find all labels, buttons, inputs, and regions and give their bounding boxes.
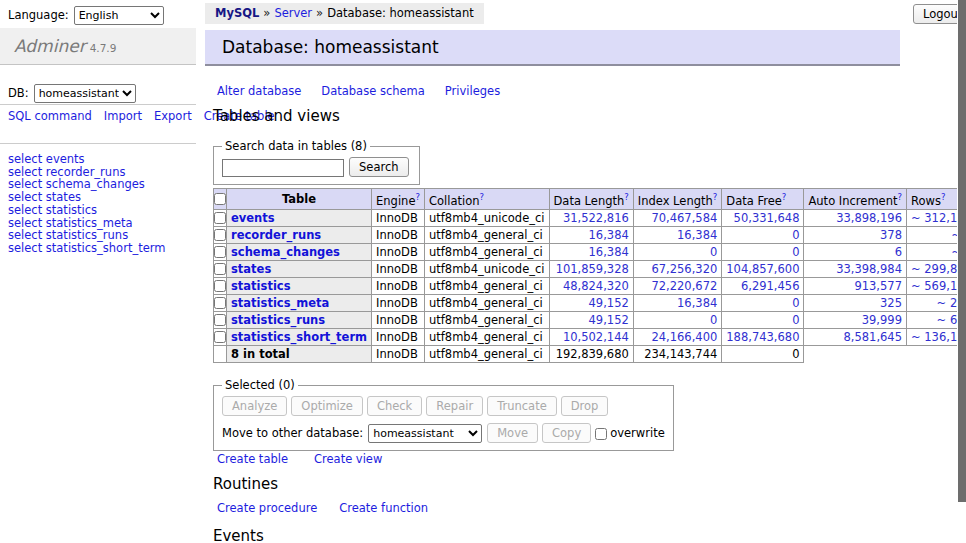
help-icon[interactable]: ? (713, 192, 718, 202)
data-length-link[interactable]: 16,384 (589, 228, 629, 242)
table-name-link[interactable]: recorder_runs (231, 228, 321, 242)
row-checkbox[interactable] (214, 314, 226, 326)
scrollbar-thumb[interactable] (958, 0, 966, 502)
auto-increment-link[interactable]: 39,999 (862, 313, 902, 327)
table-header-row: Table Engine? Collation? Data Length? In… (214, 189, 966, 210)
auto-increment-link[interactable]: 8,581,645 (843, 330, 902, 344)
truncate-button[interactable]: Truncate (487, 396, 557, 416)
data-free-link[interactable]: 0 (792, 228, 799, 242)
engine-cell: InnoDB (372, 311, 425, 328)
data-free-link[interactable]: 104,857,600 (726, 262, 799, 276)
move-button[interactable]: Move (487, 423, 538, 443)
index-length-link[interactable]: 72,220,672 (651, 279, 717, 293)
overwrite-checkbox[interactable] (595, 428, 607, 440)
auto-increment-link[interactable]: 6 (895, 245, 902, 259)
drop-button[interactable]: Drop (561, 396, 609, 416)
help-icon[interactable]: ? (415, 192, 420, 202)
create-function-link[interactable]: Create function (339, 501, 428, 515)
table-name-link[interactable]: events (231, 211, 275, 225)
index-length-link[interactable]: 67,256,320 (651, 262, 717, 276)
help-icon[interactable]: ? (624, 192, 629, 202)
help-icon[interactable]: ? (897, 192, 902, 202)
help-icon[interactable]: ? (941, 192, 946, 202)
create-table-link[interactable]: Create table (217, 452, 288, 466)
help-icon[interactable]: ? (480, 192, 485, 202)
row-checkbox[interactable] (214, 297, 226, 309)
table-name-link[interactable]: statistics_runs (231, 313, 325, 327)
index-length-link[interactable]: 0 (710, 313, 717, 327)
data-length-link[interactable]: 16,384 (589, 245, 629, 259)
help-icon[interactable]: ? (782, 192, 787, 202)
repair-button[interactable]: Repair (426, 396, 483, 416)
index-length-link[interactable]: 16,384 (677, 296, 717, 310)
breadcrumb-current: Database: homeassistant (327, 6, 474, 20)
optimize-button[interactable]: Optimize (291, 396, 363, 416)
sidebar-link-export[interactable]: Export (154, 109, 192, 123)
data-free-link[interactable]: 0 (792, 296, 799, 310)
table-name-link[interactable]: statistics (231, 279, 291, 293)
table-name-link[interactable]: schema_changes (231, 245, 340, 259)
col-header-data-length: Data Length? (549, 189, 633, 210)
row-checkbox[interactable] (214, 331, 226, 343)
data-free-link[interactable]: 0 (792, 313, 799, 327)
auto-increment-link[interactable]: 913,577 (854, 279, 902, 293)
data-length-link[interactable]: 31,522,816 (563, 211, 629, 225)
data-length-link[interactable]: 48,824,320 (563, 279, 629, 293)
data-free-link[interactable]: 50,331,648 (734, 211, 800, 225)
index-length-link[interactable]: 16,384 (677, 228, 717, 242)
search-button[interactable]: Search (349, 157, 409, 177)
sidebar-item-select-statistics-short-term[interactable]: select statistics_short_term (8, 242, 165, 255)
language-select[interactable]: English (74, 6, 164, 25)
sidebar-item-select-statistics[interactable]: select statistics (8, 204, 165, 217)
total-data-free: 0 (722, 345, 804, 362)
collation-cell: utf8mb4_unicode_ci (424, 209, 549, 226)
sidebar-item-select-states[interactable]: select states (8, 191, 165, 204)
check-button[interactable]: Check (367, 396, 422, 416)
auto-increment-link[interactable]: 33,898,196 (836, 211, 902, 225)
index-length-link[interactable]: 24,166,400 (651, 330, 717, 344)
create-procedure-link[interactable]: Create procedure (217, 501, 317, 515)
data-length-link[interactable]: 49,152 (589, 296, 629, 310)
data-length-link[interactable]: 49,152 (589, 313, 629, 327)
row-checkbox[interactable] (214, 246, 226, 258)
index-length-link[interactable]: 0 (710, 245, 717, 259)
db-select[interactable]: homeassistant (34, 84, 136, 103)
total-index-length: 234,143,744 (633, 345, 722, 362)
create-view-link[interactable]: Create view (314, 452, 382, 466)
table-name-link[interactable]: states (231, 262, 271, 276)
database-actions: Alter databaseDatabase schemaPrivileges (217, 84, 520, 98)
table-name-link[interactable]: statistics_short_term (231, 330, 367, 344)
row-checkbox[interactable] (214, 212, 226, 224)
sidebar-divider (0, 104, 196, 105)
data-length-link[interactable]: 10,502,144 (563, 330, 629, 344)
data-free-link[interactable]: 188,743,680 (726, 330, 799, 344)
sidebar-item-select-events[interactable]: select events (8, 153, 165, 166)
db-label: DB: (8, 86, 29, 100)
database-schema-link[interactable]: Database schema (321, 84, 424, 98)
col-header-engine: Engine? (372, 189, 425, 210)
data-length-link[interactable]: 101,859,328 (556, 262, 629, 276)
row-checkbox[interactable] (214, 280, 226, 292)
sidebar-link-sql-command[interactable]: SQL command (8, 109, 92, 123)
table-name-link[interactable]: statistics_meta (231, 296, 329, 310)
move-db-select[interactable]: homeassistant (368, 424, 482, 443)
row-checkbox[interactable] (214, 229, 226, 241)
row-checkbox[interactable] (214, 263, 226, 275)
analyze-button[interactable]: Analyze (222, 396, 287, 416)
privileges-link[interactable]: Privileges (445, 84, 500, 98)
routines-heading: Routines (213, 475, 278, 493)
copy-button[interactable]: Copy (542, 423, 591, 443)
auto-increment-link[interactable]: 378 (880, 228, 902, 242)
data-free-link[interactable]: 0 (792, 245, 799, 259)
index-length-link[interactable]: 70,467,584 (651, 211, 717, 225)
auto-increment-link[interactable]: 33,398,984 (836, 262, 902, 276)
search-input[interactable] (222, 159, 344, 177)
sidebar-link-import[interactable]: Import (104, 109, 142, 123)
alter-database-link[interactable]: Alter database (217, 84, 301, 98)
auto-increment-link[interactable]: 325 (880, 296, 902, 310)
scrollbar (957, 0, 966, 543)
select-all-checkbox[interactable] (214, 193, 226, 205)
breadcrumb-server-link[interactable]: Server (274, 6, 312, 20)
breadcrumb-mysql-link[interactable]: MySQL (215, 6, 259, 20)
data-free-link[interactable]: 6,291,456 (741, 279, 800, 293)
